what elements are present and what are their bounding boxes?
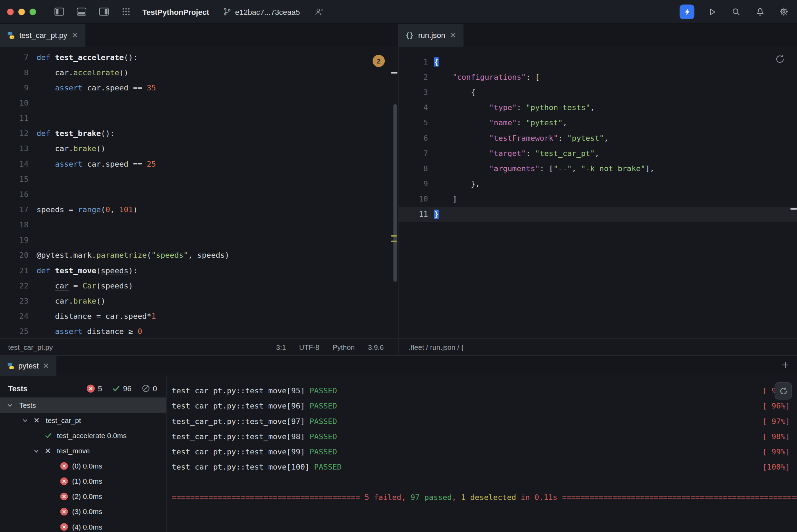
code-line[interactable]: 8 car.accelerate() (0, 65, 398, 80)
code-line[interactable]: 14 assert car.speed == 25 (0, 156, 398, 171)
chevron-down-icon (33, 448, 39, 453)
project-name[interactable]: TestPythonProject (142, 7, 209, 16)
tree-item[interactable]: (0) 0.0ms (0, 459, 166, 474)
console-line: test_car_pt.py::test_move[95] PASSED[ 95… (172, 383, 797, 398)
code-line[interactable]: 22 car = Car(speeds) (0, 278, 398, 293)
code-line[interactable]: 15 (0, 171, 398, 187)
add-collaborator-icon[interactable] (313, 6, 325, 18)
tree-item-label: Tests (19, 401, 36, 409)
console-line: test_car_pt.py::test_move[97] PASSED[ 97… (172, 414, 797, 429)
panel-tabbar: pytest ✕ (0, 356, 797, 376)
line-number: 22 (0, 278, 28, 293)
titlebar: TestPythonProject e12bac7...73ceaa5 (0, 0, 797, 24)
code-line[interactable]: 25 assert distance ≥ 0 (0, 324, 398, 338)
code-line[interactable]: 8 "arguments": ["--", "-k not brake"], (398, 161, 797, 176)
git-branch-widget[interactable]: e12bac7...73ceaa5 (223, 7, 300, 16)
tree-item[interactable]: (2) 0.0ms (0, 489, 166, 504)
code-line[interactable]: 3 { (398, 85, 797, 100)
run-button[interactable] (706, 6, 718, 18)
code-line[interactable]: 4 "type": "python-tests", (398, 100, 797, 115)
settings-gear-icon[interactable] (778, 6, 790, 18)
add-tab-icon[interactable] (782, 362, 797, 370)
interpreter-version[interactable]: 3.9.6 (368, 343, 384, 351)
code-line[interactable]: 23 car.brake() (0, 293, 398, 308)
window-close-button[interactable] (7, 8, 14, 15)
statusbar-filename[interactable]: test_car_pt.py (8, 343, 53, 351)
tree-item[interactable]: (3) 0.0ms (0, 504, 166, 519)
rerun-tests-button[interactable] (775, 382, 792, 400)
toggle-left-panel-icon[interactable] (53, 6, 65, 18)
file-encoding[interactable]: UTF-8 (299, 343, 319, 351)
tree-item[interactable]: test_move (0, 443, 166, 459)
window-minimize-button[interactable] (18, 8, 25, 15)
tests-title: Tests (8, 384, 28, 393)
code-line[interactable]: 12def test_brake(): (0, 126, 398, 141)
code-line[interactable]: 20@pytest.mark.parametrize("speeds", spe… (0, 248, 398, 263)
code-line[interactable]: 2 "configurations": [ (398, 70, 797, 85)
tree-item[interactable]: Tests (0, 397, 166, 413)
tab-close-icon[interactable]: ✕ (450, 31, 457, 39)
lightning-icon (683, 8, 691, 16)
statusbar-right: .fleet / run.json / { (398, 338, 797, 355)
progress-percent: [ 96%] (762, 398, 790, 414)
tab-close-icon[interactable]: ✕ (43, 362, 49, 370)
tree-item[interactable]: (1) 0.0ms (0, 474, 166, 489)
line-number: 16 (0, 187, 28, 202)
code-line[interactable]: 17speeds = range(0, 101) (0, 202, 398, 217)
git-branch-icon (223, 8, 232, 16)
code-line[interactable]: 19 (0, 233, 398, 248)
tree-item[interactable]: test_car_pt (0, 413, 166, 428)
tests-tree: Teststest_car_pttest_accelerate 0.0mstes… (0, 397, 166, 532)
window-zoom-button[interactable] (29, 8, 36, 15)
tree-item[interactable]: test_accelerate 0.0ms (0, 428, 166, 443)
line-number: 24 (0, 309, 28, 324)
tree-item-label: (3) 0.0ms (72, 508, 102, 516)
line-number: 15 (0, 171, 28, 187)
code-line[interactable]: 16 (0, 187, 398, 202)
code-line[interactable]: 10 (0, 96, 398, 111)
toggle-right-panel-icon[interactable] (98, 6, 110, 18)
console-line: test_car_pt.py::test_move[96] PASSED[ 96… (172, 398, 797, 414)
code-line[interactable]: 9 assert car.speed == 35 (0, 80, 398, 95)
caret-position[interactable]: 3:1 (276, 343, 286, 351)
code-line[interactable]: 5 "name": "pytest", (398, 115, 797, 130)
code-line[interactable]: 21def test_move(speeds): (0, 263, 398, 278)
python-file-icon (7, 31, 15, 39)
notifications-bell-icon[interactable] (754, 6, 766, 18)
search-icon[interactable] (730, 6, 742, 18)
scrollbar-position-marker (790, 208, 797, 209)
editor-right: {} run.json ✕ 1{2 "configurations": [3 {… (398, 24, 797, 338)
code-line[interactable]: 10 ] (398, 191, 797, 207)
line-number: 7 (0, 50, 28, 65)
tab-run-json[interactable]: {} run.json ✕ (398, 24, 463, 47)
code-line[interactable]: 18 (0, 217, 398, 233)
breadcrumb[interactable]: .fleet / run.json / { (409, 343, 463, 351)
tab-pytest[interactable]: pytest ✕ (0, 356, 56, 376)
file-language[interactable]: Python (333, 343, 355, 351)
smart-mode-button[interactable] (680, 4, 694, 19)
line-number: 19 (0, 233, 28, 248)
code-line[interactable]: 11 (0, 111, 398, 126)
code-line[interactable]: 7 "target": "test_car_pt", (398, 146, 797, 161)
tree-item[interactable]: (4) 0.0ms (0, 519, 166, 532)
code-line[interactable]: 6 "testFramework": "pytest", (398, 130, 797, 146)
failed-circle-icon (60, 477, 68, 485)
line-number: 13 (0, 141, 28, 156)
tab-close-icon[interactable]: ✕ (72, 31, 78, 39)
code-line[interactable]: 13 car.brake() (0, 141, 398, 156)
workspaces-grid-icon[interactable] (120, 6, 132, 18)
pytest-icon (7, 362, 15, 370)
code-line[interactable]: 9 }, (398, 176, 797, 191)
line-number: 6 (398, 130, 428, 146)
inspections-warning-badge[interactable]: 2 (373, 55, 385, 67)
code-line[interactable]: 24 distance = car.speed*1 (0, 309, 398, 324)
code-line[interactable]: 1{ (398, 54, 797, 69)
code-line[interactable]: 7def test_accelerate(): (0, 50, 398, 65)
code-line[interactable]: 11} (398, 207, 797, 222)
progress-percent: [ 97%] (762, 414, 790, 429)
line-number: 23 (0, 293, 28, 308)
vertical-scrollbar[interactable] (393, 104, 397, 282)
line-number: 2 (398, 70, 428, 85)
toggle-bottom-panel-icon[interactable] (75, 6, 87, 18)
tab-test-car-pt[interactable]: test_car_pt.py ✕ (0, 24, 85, 47)
